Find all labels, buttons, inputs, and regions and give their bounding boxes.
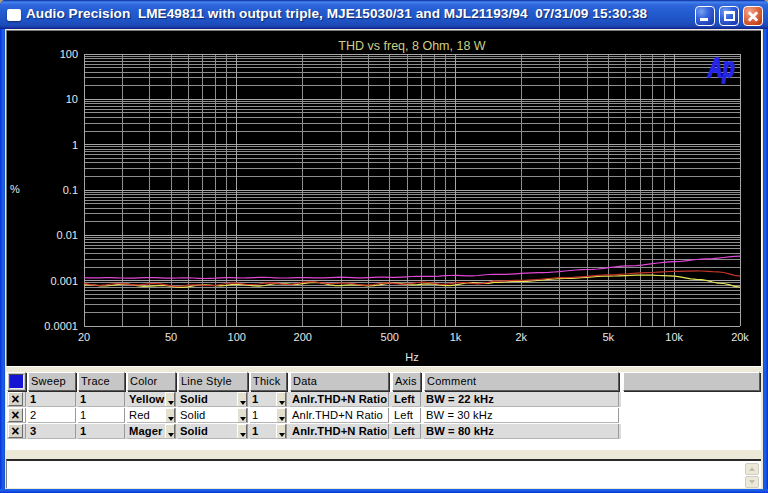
svg-text:10k: 10k <box>665 331 683 343</box>
svg-text:1: 1 <box>72 139 78 151</box>
svg-text:50: 50 <box>165 331 177 343</box>
svg-text:%: % <box>10 183 20 195</box>
svg-text:0.01: 0.01 <box>57 229 78 241</box>
svg-text:5k: 5k <box>602 331 614 343</box>
svg-text:0.1: 0.1 <box>63 184 78 196</box>
svg-text:Hz: Hz <box>405 351 418 363</box>
svg-text:100: 100 <box>60 48 78 60</box>
svg-text:100: 100 <box>228 331 246 343</box>
svg-text:200: 200 <box>294 331 312 343</box>
svg-text:2k: 2k <box>515 331 527 343</box>
svg-text:1k: 1k <box>450 331 462 343</box>
svg-text:0.0001: 0.0001 <box>44 320 78 332</box>
svg-text:20k: 20k <box>731 331 749 343</box>
svg-text:20: 20 <box>78 331 90 343</box>
svg-text:THD vs freq, 8 Ohm, 18 W: THD vs freq, 8 Ohm, 18 W <box>338 39 485 53</box>
svg-text:10: 10 <box>66 93 78 105</box>
svg-text:Ap: Ap <box>707 53 735 83</box>
svg-text:500: 500 <box>381 331 399 343</box>
svg-text:0.001: 0.001 <box>50 275 78 287</box>
